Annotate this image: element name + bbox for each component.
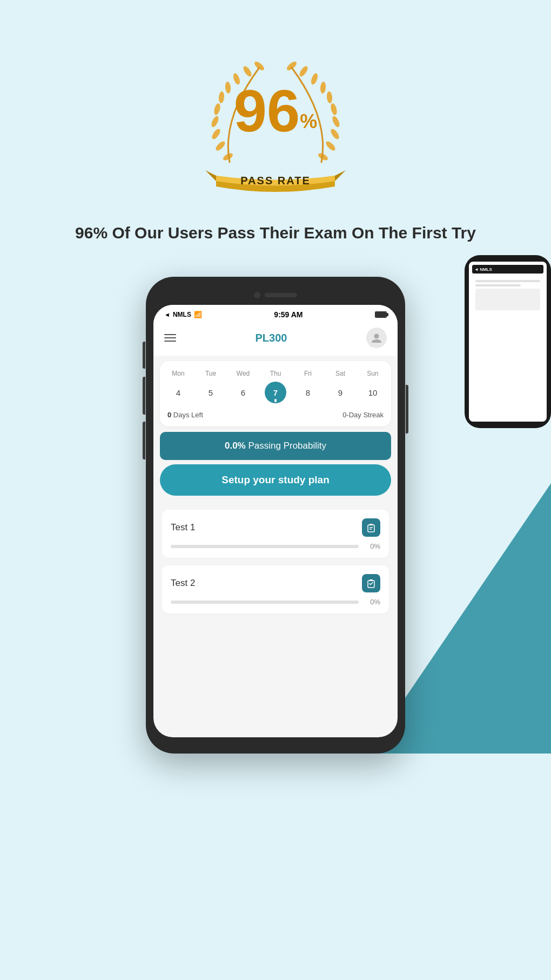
phone-volume-down-button [143,377,145,415]
status-left: ◄ NMLS 📶 [164,311,202,318]
status-bar: ◄ NMLS 📶 9:59 AM [153,305,398,322]
test-1-name: Test 1 [171,522,195,533]
calendar-days-header: Mon Tue Wed Thu Fri Sat Sun [167,370,384,377]
phone-power-button [406,385,408,434]
pass-rate-number: 96 [234,77,300,144]
svg-point-12 [330,128,341,141]
pass-rate-badge: PASS RATE 96% [189,32,362,205]
test-1-icon[interactable] [362,518,380,537]
probability-text: 0.0% Passing Probability [225,441,326,451]
tagline: 96% Of Our Users Pass Their Exam On The … [32,222,519,244]
calendar-dates: 4 5 6 7 8 9 [167,382,384,403]
test-1-header: Test 1 [171,518,380,537]
cal-date-6-wrap[interactable]: 6 [232,382,254,403]
test-2-progress-row: 0% [171,598,380,606]
phone-volume-up-button [143,342,145,369]
svg-text:PASS RATE: PASS RATE [240,175,311,186]
streak-row: 0 Days Left 0-Day Streak [167,411,384,419]
back-arrow-icon: ◄ [164,311,170,318]
pass-rate-percent: % [300,110,317,132]
days-left-value: 0 [167,411,171,419]
status-right [375,311,387,318]
wifi-icon: 📶 [194,311,202,318]
svg-point-3 [210,115,220,128]
menu-line-1 [164,334,176,335]
app-header: PL300 [153,322,398,356]
cal-date-10-wrap[interactable]: 10 [362,382,384,403]
phone-screen: ◄ NMLS 📶 9:59 AM PL300 [153,305,398,737]
streak-badge: 0-Day Streak [342,411,384,419]
probability-value: 0.0% [225,441,246,451]
cal-date-6[interactable]: 6 [232,382,254,403]
cal-day-mon: Mon [167,370,189,377]
svg-point-14 [330,103,338,116]
study-plan-button[interactable]: Setup your study plan [160,464,391,496]
phone-camera [254,292,260,298]
svg-point-6 [225,82,231,94]
menu-line-2 [164,337,176,338]
cal-day-sun: Sun [362,370,384,377]
svg-point-2 [211,128,222,141]
phone-frame: ◄ NMLS 📶 9:59 AM PL300 [146,277,405,754]
svg-rect-24 [369,524,373,525]
battery-fill [376,312,386,317]
test-1-item[interactable]: Test 1 [162,510,389,558]
second-phone-partial: ◄ NMLS [465,255,551,428]
cal-date-4-wrap[interactable]: 4 [167,382,189,403]
cal-date-5[interactable]: 5 [200,382,221,403]
test-2-item[interactable]: Test 2 0% [162,565,389,614]
phone-silent-button [143,422,145,459]
status-time: 9:59 AM [274,310,303,319]
svg-point-16 [320,82,326,94]
svg-point-19 [285,60,298,72]
cal-date-5-wrap[interactable]: 5 [200,382,221,403]
svg-point-9 [253,60,265,72]
cal-date-9[interactable]: 9 [330,382,351,403]
cal-day-tue: Tue [200,370,221,377]
cal-date-4[interactable]: 4 [167,382,189,403]
cal-day-wed: Wed [232,370,254,377]
svg-point-4 [213,103,221,116]
test-2-progress-pct: 0% [364,598,380,606]
cal-date-10[interactable]: 10 [362,382,384,403]
phone-section: ◄ NMLS ◄ NMLS 📶 [0,277,551,754]
cal-date-7-wrap[interactable]: 7 [265,382,286,403]
svg-rect-28 [369,579,373,581]
svg-point-8 [242,65,253,78]
phone-speaker [265,293,297,297]
test-2-progress-bar [171,601,359,604]
test-2-header: Test 2 [171,574,380,592]
svg-point-1 [214,140,227,152]
cal-date-8-wrap[interactable]: 8 [297,382,319,403]
battery-icon [375,311,387,318]
probability-label: Passing Probability [248,441,326,451]
cal-active-dot [274,399,277,401]
clipboard-icon [366,523,376,532]
svg-point-18 [298,65,310,78]
cal-date-8[interactable]: 8 [297,382,319,403]
svg-point-11 [325,140,337,152]
top-section: PASS RATE 96% 96% Of Our Users Pass Thei… [0,0,551,244]
avatar-icon [371,332,382,344]
menu-line-3 [164,341,176,342]
menu-button[interactable] [164,334,176,342]
svg-point-15 [326,91,333,104]
test-1-progress-pct: 0% [364,542,380,550]
cal-day-fri: Fri [297,370,319,377]
cal-day-thu: Thu [265,370,286,377]
test-1-progress-row: 0% [171,542,380,550]
cal-date-9-wrap[interactable]: 9 [330,382,351,403]
svg-point-5 [218,91,225,104]
app-title: PL300 [256,332,287,344]
days-left-label: 0 Days Left [167,411,203,419]
test-2-name: Test 2 [171,578,195,589]
clipboard-check-icon [366,578,376,588]
phone-notch [153,288,398,305]
test-2-icon[interactable] [362,574,380,592]
svg-point-13 [331,115,341,128]
avatar-button[interactable] [366,328,387,348]
calendar-card: Mon Tue Wed Thu Fri Sat Sun 4 5 [160,361,391,426]
svg-point-22 [374,334,379,339]
carrier-label: NMLS [173,311,191,318]
test-1-progress-bar [171,545,359,548]
